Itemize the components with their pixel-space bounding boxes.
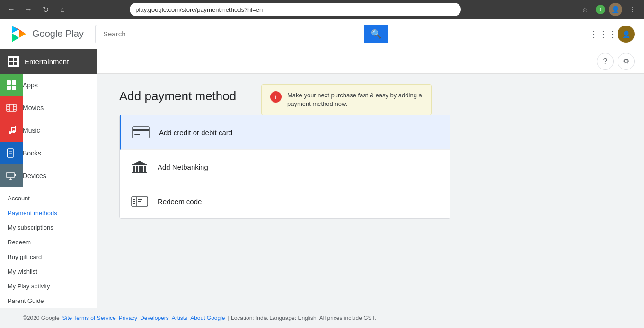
sidebar-link-account[interactable]: Account [0, 191, 97, 206]
svg-rect-5 [9, 58, 13, 61]
music-label: Music [23, 127, 40, 134]
home-button[interactable]: ⌂ [56, 3, 69, 16]
music-note-icon [6, 125, 17, 136]
svg-rect-48 [138, 199, 142, 200]
svg-rect-8 [14, 62, 17, 65]
svg-marker-1 [12, 33, 19, 42]
payment-option-netbanking[interactable]: Add Netbanking [120, 150, 450, 184]
title-area: Add payment method i Make your next purc… [119, 89, 621, 115]
devices-tv-icon [6, 170, 17, 181]
svg-rect-29 [7, 172, 14, 178]
content-toolbar: ? ⚙ [97, 49, 644, 74]
refresh-button[interactable]: ↻ [39, 3, 52, 16]
settings-icon: ⚙ [623, 57, 629, 66]
user-avatar[interactable]: 👤 [609, 3, 622, 16]
entertainment-label: Entertainment [25, 58, 69, 66]
logo-text: Google Play [32, 28, 84, 39]
payment-option-redeem[interactable]: Redeem code [120, 184, 450, 218]
bank-icon [131, 158, 148, 175]
sidebar-item-devices[interactable]: Devices [0, 164, 97, 187]
footer-link-artists[interactable]: Artists [172, 315, 187, 321]
sidebar-link-parent-guide[interactable]: Parent Guide [0, 293, 97, 308]
svg-rect-40 [141, 166, 143, 172]
info-tooltip: i Make your next purchase fast & easy by… [261, 84, 432, 115]
apps-grid-icon [6, 79, 17, 91]
search-button[interactable]: 🔍 [364, 25, 388, 43]
forward-button[interactable]: → [22, 3, 35, 16]
browser-right-icons: ☆ 2 👤 ⋮ [579, 3, 639, 16]
svg-rect-12 [12, 86, 16, 90]
footer-link-about[interactable]: About Google [190, 315, 225, 321]
svg-rect-46 [133, 201, 135, 202]
sidebar-item-books[interactable]: Books [0, 142, 97, 164]
film-icon [6, 102, 17, 113]
svg-point-20 [9, 131, 11, 134]
browser-chrome: ← → ↻ ⌂ play.google.com/store/paymentmet… [0, 0, 644, 19]
svg-marker-0 [12, 26, 19, 33]
book-icon [6, 147, 17, 159]
payment-option-credit-debit[interactable]: Add credit or debit card [120, 115, 450, 150]
devices-icon [0, 164, 23, 187]
play-logo-icon [9, 25, 28, 43]
footer-link-tos[interactable]: Site Terms of Service [62, 315, 116, 321]
back-button[interactable]: ← [5, 3, 18, 16]
sidebar-item-music[interactable]: Music [0, 119, 97, 142]
settings-button[interactable]: ⚙ [618, 53, 635, 70]
apps-icon [0, 74, 23, 96]
sidebar-item-apps[interactable]: Apps [0, 74, 97, 96]
google-play-header: Google Play 🔍 ⋮⋮⋮ 👤 [0, 19, 644, 49]
search-icon: 🔍 [371, 29, 381, 39]
credit-debit-label: Add credit or debit card [159, 129, 232, 137]
svg-marker-36 [132, 161, 147, 165]
svg-rect-39 [139, 166, 141, 172]
svg-rect-13 [7, 104, 16, 111]
star-icon[interactable]: ☆ [579, 3, 592, 16]
address-bar[interactable]: play.google.com/store/paymentmethods?hl=… [130, 3, 461, 16]
bank-icon-svg [131, 160, 148, 174]
svg-rect-47 [133, 203, 135, 204]
footer-link-privacy[interactable]: Privacy [119, 315, 137, 321]
credit-card-icon [132, 124, 150, 141]
svg-rect-9 [7, 80, 11, 85]
payment-content: Add payment method i Make your next purc… [97, 74, 644, 234]
svg-rect-32 [15, 174, 16, 176]
entertainment-icon [8, 56, 19, 67]
redeem-icon-svg [131, 195, 148, 208]
sidebar-link-my-wishlist[interactable]: My wishlist [0, 264, 97, 279]
extension-badge[interactable]: 2 [596, 5, 605, 14]
page-title: Add payment method [119, 89, 236, 104]
header-right: ⋮⋮⋮ 👤 [595, 26, 635, 43]
redeem-label: Redeem code [158, 198, 202, 206]
help-button[interactable]: ? [597, 53, 614, 70]
sidebar-link-my-play-activity[interactable]: My Play activity [0, 279, 97, 293]
info-icon: i [270, 91, 282, 103]
svg-rect-24 [11, 127, 16, 128]
search-input[interactable] [95, 25, 364, 43]
url-text: play.google.com/store/paymentmethods?hl=… [135, 6, 263, 13]
svg-rect-42 [132, 172, 147, 173]
sidebar-link-redeem[interactable]: Redeem [0, 235, 97, 250]
svg-rect-45 [133, 199, 135, 200]
search-bar: 🔍 [95, 25, 388, 43]
avatar-image: 👤 [622, 30, 630, 38]
sidebar-link-buy-gift-card[interactable]: Buy gift card [0, 250, 97, 264]
google-play-logo[interactable]: Google Play [9, 25, 84, 43]
footer-link-developers[interactable]: Developers [140, 315, 169, 321]
sidebar-link-my-subscriptions[interactable]: My subscriptions [0, 220, 97, 235]
svg-rect-41 [144, 166, 146, 172]
svg-rect-6 [14, 58, 17, 61]
svg-rect-33 [133, 127, 149, 138]
sidebar-link-payment-methods[interactable]: Payment methods [0, 206, 97, 220]
svg-rect-10 [12, 80, 16, 85]
svg-rect-34 [133, 129, 149, 131]
apps-grid-icon[interactable]: ⋮⋮⋮ [595, 26, 612, 43]
main-layout: Entertainment Apps [0, 49, 644, 328]
card-icon-svg [132, 126, 150, 138]
apps-label: Apps [23, 81, 38, 89]
svg-rect-7 [9, 62, 13, 65]
help-icon: ? [603, 57, 608, 66]
sidebar-item-movies[interactable]: Movies [0, 96, 97, 119]
sidebar-item-entertainment[interactable]: Entertainment [0, 49, 97, 74]
menu-icon[interactable]: ⋮ [626, 3, 639, 16]
user-profile-avatar[interactable]: 👤 [618, 26, 635, 43]
